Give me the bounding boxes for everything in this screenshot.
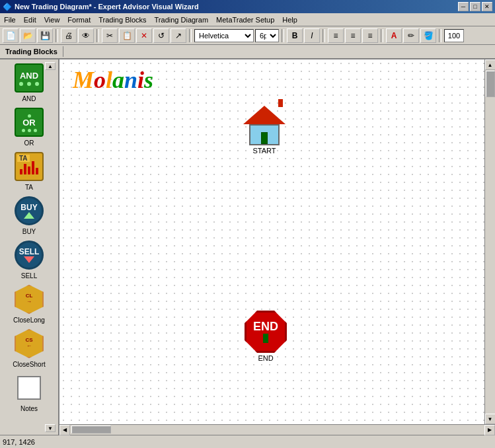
align-left-button[interactable]: ≡ <box>328 28 344 43</box>
undo-button[interactable]: ✕ <box>136 28 152 43</box>
ta-bar-4 <box>32 161 34 174</box>
highlight-button[interactable]: ✏ <box>403 28 419 43</box>
end-block[interactable]: END END <box>245 311 287 362</box>
notes-block[interactable]: Notes <box>6 372 52 412</box>
align-center-button[interactable]: ≡ <box>345 28 361 43</box>
scroll-left-button[interactable]: ◀ <box>59 425 70 435</box>
notes-icon-container <box>13 372 45 404</box>
menu-help[interactable]: Help <box>278 13 301 26</box>
separator-1 <box>56 29 58 42</box>
zoom-display: 100 <box>444 29 464 42</box>
open-button[interactable]: 📂 <box>20 28 36 43</box>
menu-trading-blocks[interactable]: Trading Blocks <box>95 13 150 26</box>
buy-label: BUY <box>22 228 36 235</box>
house-roof-container <box>243 106 286 124</box>
scroll-thumb-vertical[interactable] <box>486 71 495 97</box>
canvas-container: Molanis START <box>59 59 495 435</box>
closeshort-label: CloseShort <box>13 361 45 368</box>
start-house-icon <box>245 106 284 145</box>
scroll-track-vertical[interactable] <box>485 70 495 414</box>
separator-7 <box>439 29 441 42</box>
sell-arrow <box>24 256 34 263</box>
closelong-block[interactable]: CL→ CloseLong <box>6 283 52 324</box>
and-icon: AND <box>13 62 45 94</box>
sidebar-scroll-up[interactable]: ▲ <box>45 62 56 70</box>
font-select[interactable]: Helvetica <box>194 29 254 42</box>
sell-icon-container: SELL <box>13 239 45 271</box>
fill-button[interactable]: 🪣 <box>420 28 436 43</box>
ta-block[interactable]: TA TA <box>6 151 52 191</box>
menu-trading-diagram[interactable]: Trading Diagram <box>151 13 213 26</box>
size-select[interactable]: 6pt <box>255 29 279 42</box>
and-label: AND <box>22 95 36 102</box>
redo-button[interactable]: ↺ <box>153 28 169 43</box>
separator-6 <box>381 29 383 42</box>
app-icon: 🔷 <box>3 3 12 11</box>
maximize-button[interactable]: □ <box>470 2 480 11</box>
logo-o: o <box>94 67 106 93</box>
font-color-button[interactable]: A <box>386 28 402 43</box>
ta-bar-5 <box>36 168 38 174</box>
logo-a: a <box>112 67 124 93</box>
logo-n: n <box>124 67 137 93</box>
canvas-and-scrollbar: Molanis START <box>59 59 495 424</box>
save-button[interactable]: 💾 <box>37 28 53 43</box>
buy-icon-shape: BUY <box>15 196 44 225</box>
logo-m: M <box>73 67 94 93</box>
menu-format[interactable]: Format <box>63 13 95 26</box>
closeshort-block[interactable]: CS← CloseShort <box>6 328 52 368</box>
menu-edit[interactable]: Edit <box>20 13 40 26</box>
and-icon-text: AND <box>20 71 38 81</box>
menu-view[interactable]: View <box>40 13 64 26</box>
or-block[interactable]: OR OR <box>6 106 52 147</box>
buy-block[interactable]: BUY BUY <box>6 195 52 235</box>
separator-4 <box>282 29 284 42</box>
title-bar: 🔷 New Trading Diagram* - Expert Advisor … <box>0 0 495 13</box>
menu-file[interactable]: File <box>0 13 20 26</box>
or-icon-text: OR <box>22 118 36 128</box>
bold-button[interactable]: B <box>287 28 303 43</box>
main-container: ▲ AND AND <box>0 59 495 435</box>
scroll-thumb-horizontal[interactable] <box>71 426 111 433</box>
new-button[interactable]: 📄 <box>3 28 19 43</box>
copy-button[interactable]: 📋 <box>119 28 135 43</box>
menu-metatrader-setup[interactable]: MetaTrader Setup <box>212 13 278 26</box>
or-dot-2 <box>22 129 25 132</box>
or-dot-3 <box>28 129 31 132</box>
scroll-up-button[interactable]: ▲ <box>485 59 496 70</box>
notes-label: Notes <box>20 405 38 412</box>
logo-i: i <box>137 67 144 93</box>
close-button[interactable]: ✕ <box>482 2 492 11</box>
title-bar-controls: ─ □ ✕ <box>458 2 492 11</box>
print-button[interactable]: 🖨 <box>61 28 77 43</box>
preview-button[interactable]: 👁 <box>78 28 94 43</box>
notes-icon-shape <box>17 376 41 400</box>
end-stop-sign: END <box>245 311 287 353</box>
pointer-button[interactable]: ↗ <box>171 28 186 43</box>
closeshort-hex: CS← <box>15 329 44 358</box>
closelong-hex: CL→ <box>15 285 44 314</box>
minimize-button[interactable]: ─ <box>458 2 469 11</box>
canvas-area[interactable]: Molanis START <box>59 59 484 424</box>
molanis-logo: Molanis <box>73 66 153 94</box>
separator-3 <box>189 29 192 42</box>
italic-button[interactable]: I <box>304 28 320 43</box>
start-block[interactable]: START <box>245 106 284 155</box>
start-label: START <box>252 147 276 155</box>
scroll-track-horizontal[interactable] <box>70 425 484 435</box>
scroll-right-button[interactable]: ▶ <box>484 425 495 435</box>
and-icon-shape: AND <box>15 63 44 93</box>
or-label: OR <box>24 139 34 147</box>
cut-button[interactable]: ✂ <box>102 28 118 43</box>
buy-icon-container: BUY <box>13 195 45 227</box>
sidebar-scroll-down[interactable]: ▼ <box>45 424 56 432</box>
or-icon-shape: OR <box>15 108 44 137</box>
separator-2 <box>96 29 99 42</box>
sell-icon-shape: SELL <box>15 241 44 270</box>
align-right-button[interactable]: ≡ <box>362 28 378 43</box>
end-stop-text: END <box>253 320 278 332</box>
title-bar-left: 🔷 New Trading Diagram* - Expert Advisor … <box>3 3 199 11</box>
house-roof <box>243 106 286 124</box>
sell-block[interactable]: SELL SELL <box>6 239 52 280</box>
scroll-down-button[interactable]: ▼ <box>485 414 496 424</box>
